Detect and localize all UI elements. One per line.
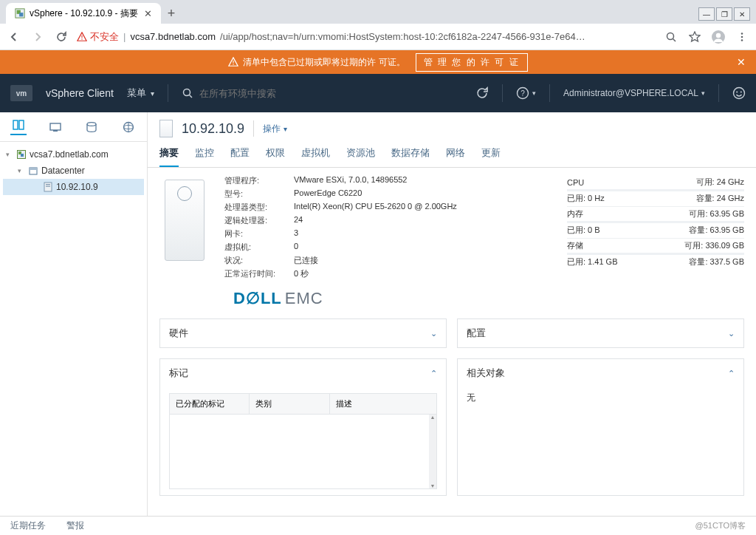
window-close-button[interactable]: ✕ xyxy=(734,7,750,21)
global-search-input[interactable] xyxy=(199,88,391,99)
expander-icon[interactable]: ▾ xyxy=(6,151,13,158)
svg-rect-22 xyxy=(19,120,24,129)
related-empty-text: 无 xyxy=(467,392,475,403)
tree-vcenter[interactable]: ▾ vcsa7.bdnetlab.com xyxy=(3,146,144,163)
tab-resource-pools[interactable]: 资源池 xyxy=(346,142,375,167)
manage-licenses-button[interactable]: 管 理 您 的 许 可 证 xyxy=(416,53,528,72)
hardware-card-header[interactable]: 硬件⌄ xyxy=(160,319,446,347)
vsphere-header: vm vSphere Client 菜单▾ ?▾ Administrator@V… xyxy=(0,74,756,112)
expander-icon[interactable]: ▾ xyxy=(18,167,25,174)
tab-monitor[interactable]: 监控 xyxy=(195,142,214,167)
tab-updates[interactable]: 更新 xyxy=(481,142,501,167)
chevron-down-icon: ▾ xyxy=(284,125,287,133)
svg-rect-24 xyxy=(53,130,58,132)
tab-configure[interactable]: 配置 xyxy=(230,142,250,167)
help-dropdown[interactable]: ?▾ xyxy=(516,86,536,100)
host-icon xyxy=(43,182,53,192)
server-image xyxy=(159,175,210,282)
menu-dropdown[interactable]: 菜单▾ xyxy=(127,86,154,100)
watermark-text: @51CTO博客 xyxy=(695,520,746,531)
search-icon xyxy=(182,87,193,99)
browser-tab-title: vSphere - 10.92.10.9 - 摘要 xyxy=(30,7,138,20)
product-title: vSphere Client xyxy=(46,87,114,99)
object-tabs: 摘要 监控 配置 权限 虚拟机 资源池 数据存储 网络 更新 xyxy=(148,142,756,168)
profile-icon[interactable] xyxy=(710,29,726,45)
chevron-up-icon: ⌃ xyxy=(430,369,437,378)
svg-rect-13 xyxy=(233,61,234,64)
url-box[interactable]: 不安全 | vcsa7.bdnetlab.com/ui/app/host;nav… xyxy=(77,30,656,44)
close-banner-icon[interactable]: ✕ xyxy=(737,56,746,68)
inventory-tree: ▾ vcsa7.bdnetlab.com ▾ Datacenter 10.92.… xyxy=(0,142,147,200)
col-assigned-tag[interactable]: 已分配的标记 xyxy=(170,394,250,414)
svg-point-3 xyxy=(81,38,82,39)
browser-tab[interactable]: vSphere - 10.92.10.9 - 摘要 ✕ xyxy=(6,3,161,24)
resource-meters: CPU可用: 24 GHz 已用: 0 Hz容量: 24 GHz 内存可用: 6… xyxy=(567,175,744,282)
related-objects-card-header[interactable]: 相关对象⌃ xyxy=(458,359,743,387)
object-title-row: 10.92.10.9 操作 ▾ xyxy=(148,112,756,142)
nav-forward-button[interactable] xyxy=(30,29,46,45)
svg-rect-4 xyxy=(81,35,82,38)
bottom-bar: 近期任务 警报 @51CTO博客 xyxy=(0,516,756,535)
host-summary-kv: 管理程序:VMware ESXi, 7.0.0, 14896552 型号:Pow… xyxy=(224,175,552,282)
vsphere-favicon xyxy=(15,8,25,18)
svg-point-10 xyxy=(741,35,743,38)
chrome-menu-icon[interactable] xyxy=(734,29,750,45)
svg-point-18 xyxy=(734,88,745,99)
tab-datastores[interactable]: 数据存储 xyxy=(391,142,430,167)
not-secure-badge: 不安全 xyxy=(77,30,119,44)
search-icon[interactable] xyxy=(663,29,679,45)
svg-point-9 xyxy=(741,33,743,35)
tab-vms[interactable]: 虚拟机 xyxy=(301,142,330,167)
refresh-button[interactable] xyxy=(475,86,489,100)
user-menu[interactable]: Administrator@VSPHERE.LOCAL ▾ xyxy=(563,88,705,98)
tags-card-header[interactable]: 标记⌃ xyxy=(160,359,446,387)
tree-datacenter[interactable]: ▾ Datacenter xyxy=(3,163,144,179)
svg-point-25 xyxy=(87,122,96,126)
svg-point-19 xyxy=(736,92,738,93)
svg-point-5 xyxy=(667,33,674,39)
nav-reload-button[interactable] xyxy=(53,29,69,45)
host-icon xyxy=(159,120,173,137)
tab-networks[interactable]: 网络 xyxy=(446,142,465,167)
svg-point-14 xyxy=(183,89,190,96)
configuration-card-header[interactable]: 配置⌄ xyxy=(458,319,743,347)
scrollbar[interactable] xyxy=(429,415,436,488)
svg-line-15 xyxy=(189,95,192,98)
tree-host[interactable]: 10.92.10.9 xyxy=(3,179,144,195)
vmware-logo-icon: vm xyxy=(10,85,32,101)
svg-point-11 xyxy=(741,39,743,41)
url-path: /ui/app/host;nav=h/urn:vmomi:HostSystem:… xyxy=(220,31,585,42)
alarms-link[interactable]: 警报 xyxy=(66,519,84,532)
storage-view-icon[interactable] xyxy=(83,119,100,135)
browser-tab-strip: vSphere - 10.92.10.9 - 摘要 ✕ + — ❐ ✕ xyxy=(0,0,756,24)
tags-table: 已分配的标记 类别 描述 xyxy=(169,393,437,489)
datacenter-icon xyxy=(28,166,38,176)
nav-back-button[interactable] xyxy=(6,29,22,45)
address-bar: 不安全 | vcsa7.bdnetlab.com/ui/app/host;nav… xyxy=(0,24,756,50)
tab-permissions[interactable]: 权限 xyxy=(266,142,285,167)
actions-dropdown[interactable]: 操作 ▾ xyxy=(263,123,287,135)
col-category[interactable]: 类别 xyxy=(250,394,329,414)
tab-summary[interactable]: 摘要 xyxy=(159,142,179,167)
window-minimize-button[interactable]: — xyxy=(698,7,715,21)
svg-point-8 xyxy=(716,33,721,37)
svg-point-20 xyxy=(740,92,742,93)
network-view-icon[interactable] xyxy=(120,119,137,135)
tab-close-icon[interactable]: ✕ xyxy=(144,8,152,19)
col-description[interactable]: 描述 xyxy=(330,394,436,414)
hosts-view-icon[interactable] xyxy=(10,119,27,135)
vms-view-icon[interactable] xyxy=(47,119,63,135)
recent-tasks-link[interactable]: 近期任务 xyxy=(10,519,46,532)
svg-text:?: ? xyxy=(520,89,525,98)
svg-line-6 xyxy=(673,38,676,41)
bookmark-icon[interactable] xyxy=(687,29,703,45)
summary-scroll-area[interactable]: 管理程序:VMware ESXi, 7.0.0, 14896552 型号:Pow… xyxy=(148,168,756,516)
dell-emc-logo: D∅LLEMC xyxy=(233,289,744,308)
object-title: 10.92.10.9 xyxy=(182,121,244,137)
window-maximize-button[interactable]: ❐ xyxy=(716,7,732,21)
new-tab-button[interactable]: + xyxy=(161,3,182,24)
feedback-icon[interactable] xyxy=(732,86,746,100)
svg-rect-36 xyxy=(46,186,50,187)
svg-rect-23 xyxy=(50,123,61,130)
chevron-down-icon: ⌄ xyxy=(728,329,735,338)
